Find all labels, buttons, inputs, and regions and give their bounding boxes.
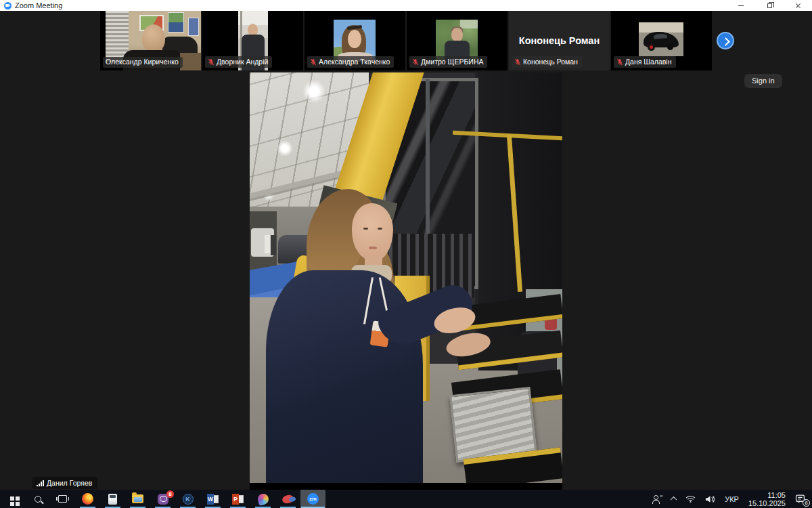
language-label: УКР [725, 495, 739, 503]
participant-name: Дворник Андрій [217, 58, 268, 66]
clock: 11:05 15.10.2025 [748, 491, 786, 507]
firefox-icon [82, 493, 93, 505]
participant-tile-5[interactable]: Кононець Роман Кононець Роман [509, 11, 610, 70]
participant-name-label: Дворник Андрій [205, 56, 272, 68]
presenter-face [352, 203, 393, 261]
title-bar: Zoom Meeting [0, 0, 812, 11]
participant-name-label: Кононець Роман [512, 56, 582, 68]
clock-tray-button[interactable]: 11:05 15.10.2025 [744, 490, 790, 508]
action-center-button[interactable]: 6 [790, 490, 812, 508]
start-button[interactable] [0, 490, 25, 508]
system-tray: ᴿ УКР 11:05 15.10.2025 6 [648, 490, 812, 508]
windows-taskbar: 8 K W P zm ᴿ УКР 11:05 15.10.2025 [0, 490, 812, 508]
avatar [334, 20, 376, 62]
muted-mic-icon [514, 58, 521, 66]
avatar-face [348, 30, 361, 48]
clock-time: 11:05 [748, 491, 786, 499]
muted-mic-icon [616, 58, 623, 66]
k-app-icon: K [183, 494, 194, 505]
taskbar-calculator-button[interactable] [100, 490, 125, 508]
windows-logo-icon [10, 496, 14, 501]
paint-palette-icon [281, 494, 294, 504]
taskbar-k-app-button[interactable]: K [175, 490, 200, 508]
paint-3d-icon [256, 492, 270, 506]
taskbar-powerpoint-button[interactable]: P [225, 490, 250, 508]
minimize-icon [738, 5, 744, 6]
avatar-car-wheel [648, 43, 655, 51]
avatar-car-glass [654, 33, 667, 39]
participant-tile-2[interactable]: Дворник Андрій [202, 11, 303, 70]
taskbar-viber-button[interactable]: 8 [150, 490, 175, 508]
participant-name: Кононець Роман [523, 58, 578, 66]
taskbar-word-button[interactable]: W [200, 490, 225, 508]
taskbar-firefox-button[interactable] [75, 490, 100, 508]
participant-name: Александра Ткаченко [319, 58, 390, 66]
signal-bars-icon [37, 480, 44, 486]
participant-name-label: Олександр Кириченко [103, 57, 183, 68]
avatar-car-wheel [667, 44, 673, 50]
taskbar-search-button[interactable] [25, 490, 50, 508]
wifi-tray-button[interactable] [681, 490, 700, 508]
taskbar-paint-button[interactable] [275, 490, 300, 508]
participant-tile-4[interactable]: Дмитро ЩЕРБИНА [407, 11, 508, 70]
zoom-app-icon [4, 2, 12, 9]
file-explorer-icon [132, 494, 143, 503]
avatar [436, 20, 478, 62]
powerpoint-icon: P [232, 494, 244, 505]
window-title: Zoom Meeting [15, 1, 62, 9]
zoom-meeting-window: Zoom Meeting Олександр Кириченко [0, 0, 812, 508]
clock-date: 15.10.2025 [748, 499, 786, 507]
taskbar-zoom-button[interactable]: zm [300, 490, 325, 508]
minimize-button[interactable] [727, 0, 755, 11]
restore-icon [767, 3, 772, 8]
wifi-icon [685, 495, 696, 503]
speaker-video [250, 72, 562, 490]
presenter-lips [369, 247, 377, 249]
people-icon: ᴿ [653, 495, 662, 503]
participant-tile-3[interactable]: Александра Ткаченко [304, 11, 405, 70]
presenter-blazer [266, 270, 423, 490]
task-view-button[interactable] [50, 490, 75, 508]
video-letterbox-bar [250, 483, 562, 490]
participant-name-label: Александра Ткаченко [307, 56, 394, 68]
avatar-sky [460, 20, 478, 28]
filmstrip-next-button[interactable] [717, 32, 734, 49]
taskbar-file-explorer-button[interactable] [125, 490, 150, 508]
language-indicator[interactable]: УКР [720, 490, 744, 508]
avatar-face [451, 28, 463, 42]
close-icon [795, 3, 801, 9]
participant-name-label: Дмитро ЩЕРБИНА [409, 56, 487, 68]
sign-in-button[interactable]: Sign in [744, 74, 782, 88]
participant-name: Даня Шалавін [625, 58, 672, 66]
volume-icon [705, 495, 715, 503]
presenter-eye [378, 228, 382, 230]
chevron-up-icon [671, 496, 677, 503]
participant-tile-1[interactable]: Олександр Кириченко [100, 11, 201, 70]
participant-name-label: Даня Шалавін [614, 56, 676, 68]
close-button[interactable] [784, 0, 812, 11]
background-person [271, 235, 276, 255]
taskbar-paint3d-button[interactable] [250, 490, 275, 508]
muted-mic-icon [310, 58, 317, 66]
word-icon: W [207, 494, 219, 505]
search-icon [35, 496, 41, 503]
participant-display-name: Кононець Роман [509, 35, 610, 46]
participant-name: Дмитро ЩЕРБИНА [421, 58, 483, 66]
meeting-stage: Олександр Кириченко Дворник Андрій [0, 11, 812, 490]
window-controls [727, 0, 812, 11]
hidden-icons-button[interactable] [667, 490, 681, 508]
desk [180, 53, 201, 70]
zoom-taskbar-icon: zm [307, 493, 319, 505]
wall-poster [168, 12, 184, 33]
active-speaker-label: Данил Горяев [32, 477, 97, 489]
wall-poster [188, 18, 199, 36]
background-person [265, 235, 270, 253]
avatar [639, 22, 683, 56]
viber-unread-badge: 8 [166, 490, 174, 498]
restore-button[interactable] [755, 0, 784, 11]
volume-tray-button[interactable] [700, 490, 720, 508]
calculator-icon [108, 494, 117, 505]
participant-tile-6[interactable]: Даня Шалавін [611, 11, 712, 70]
people-tray-button[interactable]: ᴿ [648, 490, 667, 508]
muted-mic-icon [412, 58, 419, 66]
